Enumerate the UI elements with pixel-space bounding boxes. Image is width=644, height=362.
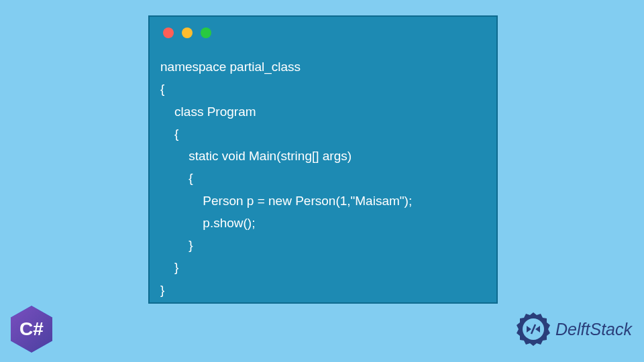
code-line: class Program (160, 101, 486, 123)
delftstack-text: DelftStack (555, 320, 632, 339)
code-line: } (160, 279, 486, 301)
gear-icon (515, 311, 551, 347)
code-line: p.show(); (160, 212, 486, 234)
code-line: } (160, 234, 486, 256)
minimize-icon (182, 27, 193, 38)
code-line: static void Main(string[] args) (160, 145, 486, 167)
code-line: { (160, 78, 486, 100)
close-icon (163, 27, 174, 38)
code-line: { (160, 123, 486, 145)
code-line: } (160, 256, 486, 278)
window-controls (150, 17, 496, 44)
maximize-icon (201, 27, 211, 38)
code-window: namespace partial_class { class Program … (148, 15, 498, 304)
code-body: namespace partial_class { class Program … (150, 44, 496, 312)
code-line: namespace partial_class (160, 56, 486, 78)
code-line: Person p = new Person(1,"Maisam"); (160, 190, 486, 212)
code-line: { (160, 167, 486, 189)
csharp-logo-text: C# (19, 318, 44, 340)
csharp-logo: C# (11, 306, 52, 353)
delftstack-logo: DelftStack (515, 311, 632, 347)
